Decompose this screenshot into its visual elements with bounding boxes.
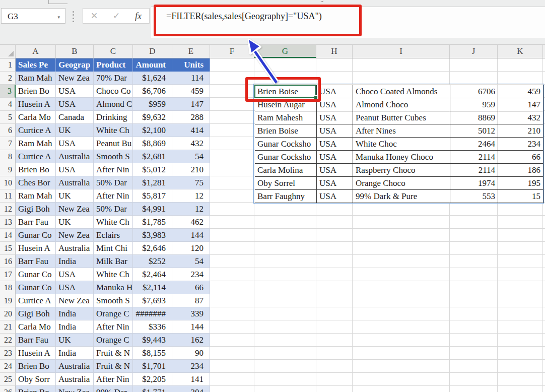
row-header-6[interactable]: 6 xyxy=(0,124,16,137)
cell-A20[interactable]: Gigi Boh xyxy=(16,307,56,320)
cell-C26[interactable]: 99% Dar xyxy=(94,386,133,392)
cell-D7[interactable]: $8,869 xyxy=(133,137,172,150)
cell-C14[interactable]: Eclairs xyxy=(94,229,133,242)
row-header-14[interactable]: 14 xyxy=(0,229,16,242)
insert-function-icon[interactable]: fx xyxy=(135,12,142,21)
cell-D23[interactable]: $8,155 xyxy=(133,347,172,360)
row-header-3[interactable]: 3 xyxy=(0,85,16,98)
cell-C10[interactable]: 50% Dar xyxy=(94,176,133,189)
cell-B10[interactable]: Australia xyxy=(56,176,94,189)
cell-K8[interactable]: 66 xyxy=(498,151,543,164)
row-header-11[interactable]: 11 xyxy=(0,189,16,203)
cell-J11[interactable]: 553 xyxy=(450,190,498,203)
cell-D1[interactable]: Amount xyxy=(133,58,172,72)
cell-D3[interactable]: $6,706 xyxy=(133,85,172,98)
cell-E23[interactable]: 90 xyxy=(172,347,210,360)
cell-B17[interactable]: USA xyxy=(56,268,94,281)
column-header-B[interactable]: B xyxy=(56,45,94,58)
cell-C3[interactable]: Choco Co xyxy=(94,85,133,98)
cell-E3[interactable]: 459 xyxy=(172,85,210,98)
cell-D15[interactable]: $2,646 xyxy=(133,242,172,255)
column-header-J[interactable]: J xyxy=(450,45,498,58)
cell-H10[interactable]: USA xyxy=(317,177,353,190)
cell-I7[interactable]: White Choc xyxy=(353,138,450,151)
cell-E12[interactable]: 12 xyxy=(172,203,210,216)
column-header-D[interactable]: D xyxy=(133,45,172,58)
cell-D11[interactable]: $5,817 xyxy=(133,189,172,203)
column-header-I[interactable]: I xyxy=(353,45,450,58)
cell-H3[interactable]: USA xyxy=(317,85,353,98)
cell-B8[interactable]: Australia xyxy=(56,150,94,163)
cell-G8[interactable]: Gunar Cocksho xyxy=(255,151,317,164)
cell-I5[interactable]: Peanut Butter Cubes xyxy=(353,111,450,124)
cell-E16[interactable]: 54 xyxy=(172,255,210,268)
cell-A14[interactable]: Gunar Co xyxy=(16,229,56,242)
cell-A9[interactable]: Brien Bo xyxy=(16,163,56,176)
cell-H11[interactable]: USA xyxy=(317,190,353,203)
formula-bar-drag-handle[interactable] xyxy=(71,11,75,22)
cell-K5[interactable]: 432 xyxy=(498,111,543,124)
cell-G5[interactable]: Ram Mahesh xyxy=(255,111,317,124)
cell-D10[interactable]: $1,281 xyxy=(133,176,172,189)
row-header-26[interactable]: 26 xyxy=(0,386,16,392)
cell-A10[interactable]: Ches Bor xyxy=(16,176,56,189)
cell-A25[interactable]: Oby Sorr xyxy=(16,373,56,386)
cell-C7[interactable]: Peanut Bu xyxy=(94,137,133,150)
cell-C20[interactable]: Orange C xyxy=(94,307,133,320)
cell-C8[interactable]: Smooth S xyxy=(94,150,133,163)
cell-A22[interactable]: Barr Fau xyxy=(16,334,56,347)
row-header-17[interactable]: 17 xyxy=(0,268,16,281)
cell-G11[interactable]: Barr Faughny xyxy=(255,190,317,203)
cell-C18[interactable]: Manuka H xyxy=(94,281,133,294)
cell-G7[interactable]: Gunar Cocksho xyxy=(255,138,317,151)
cell-C22[interactable]: Orange C xyxy=(94,334,133,347)
cell-B26[interactable]: New Zea xyxy=(56,386,94,392)
cell-C17[interactable]: White Ch xyxy=(94,268,133,281)
cell-A8[interactable]: Curtice A xyxy=(16,150,56,163)
cell-A3[interactable]: Brien Bo xyxy=(16,85,56,98)
cell-B5[interactable]: Canada xyxy=(56,111,94,124)
cell-D13[interactable]: $1,785 xyxy=(133,216,172,229)
cell-I8[interactable]: Manuka Honey Choco xyxy=(353,151,450,164)
cell-J8[interactable]: 2114 xyxy=(450,151,498,164)
cell-C19[interactable]: Smooth S xyxy=(94,294,133,307)
cell-A24[interactable]: Brien Bo xyxy=(16,360,56,373)
cell-A4[interactable]: Husein A xyxy=(16,98,56,111)
cell-E18[interactable]: 66 xyxy=(172,281,210,294)
cell-C21[interactable]: After Nin xyxy=(94,320,133,334)
cell-B12[interactable]: New Zea xyxy=(56,203,94,216)
cell-E8[interactable]: 54 xyxy=(172,150,210,163)
row-header-18[interactable]: 18 xyxy=(0,281,16,294)
row-header-10[interactable]: 10 xyxy=(0,176,16,189)
cell-C2[interactable]: 70% Dar xyxy=(94,72,133,85)
row-header-2[interactable]: 2 xyxy=(0,72,16,85)
cell-E1[interactable]: Units xyxy=(172,58,210,72)
cell-K10[interactable]: 195 xyxy=(498,177,543,190)
cell-I4[interactable]: Almond Choco xyxy=(353,98,450,111)
cell-E2[interactable]: 114 xyxy=(172,72,210,85)
row-header-16[interactable]: 16 xyxy=(0,255,16,268)
cell-C13[interactable]: White Ch xyxy=(94,216,133,229)
cell-B23[interactable]: India xyxy=(56,347,94,360)
cell-A13[interactable]: Barr Fau xyxy=(16,216,56,229)
cell-A1[interactable]: Sales Pe xyxy=(16,58,56,72)
cell-E15[interactable]: 120 xyxy=(172,242,210,255)
cell-D14[interactable]: $3,983 xyxy=(133,229,172,242)
cell-E21[interactable]: 144 xyxy=(172,320,210,334)
cell-E11[interactable]: 12 xyxy=(172,189,210,203)
cell-C24[interactable]: Fruit & N xyxy=(94,360,133,373)
cell-A18[interactable]: Gunar Co xyxy=(16,281,56,294)
cell-E9[interactable]: 210 xyxy=(172,163,210,176)
cell-A5[interactable]: Carla Mo xyxy=(16,111,56,124)
cell-B25[interactable]: Australia xyxy=(56,373,94,386)
cell-C1[interactable]: Product xyxy=(94,58,133,72)
cell-K9[interactable]: 186 xyxy=(498,164,543,177)
cell-D20[interactable]: ####### xyxy=(133,307,172,320)
cell-E14[interactable]: 144 xyxy=(172,229,210,242)
cell-C9[interactable]: After Nin xyxy=(94,163,133,176)
cell-B4[interactable]: USA xyxy=(56,98,94,111)
cell-B6[interactable]: UK xyxy=(56,124,94,137)
cell-E25[interactable]: 141 xyxy=(172,373,210,386)
cell-A19[interactable]: Curtice A xyxy=(16,294,56,307)
cell-K6[interactable]: 210 xyxy=(498,124,543,138)
